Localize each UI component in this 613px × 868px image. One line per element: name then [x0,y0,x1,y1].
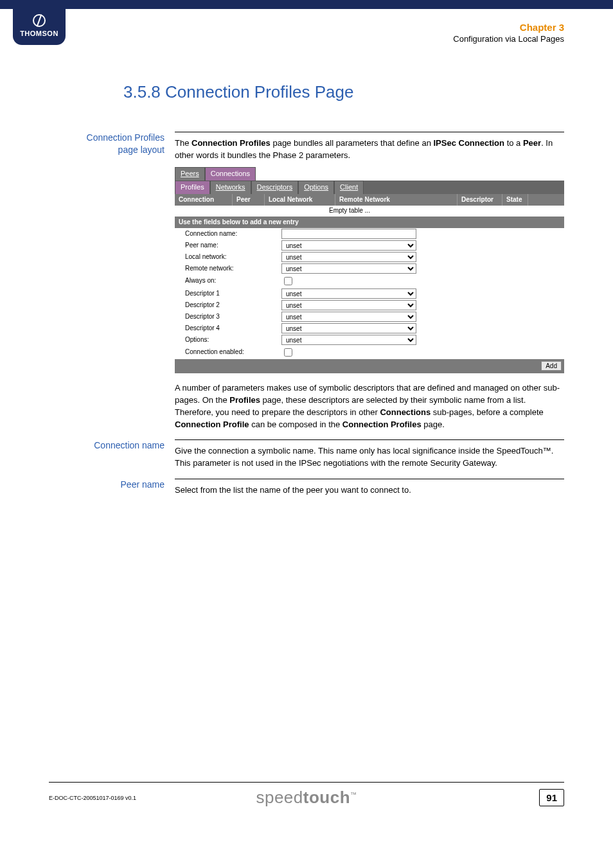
top-tabs: PeersConnections [175,167,564,181]
field-label: Always on: [185,276,281,286]
field-input-select[interactable]: unset [281,252,416,262]
layout-para-1: The Connection Profiles page bundles all… [175,137,564,162]
form-row: Descriptor 3unset [175,311,564,323]
field-label: Descriptor 3 [185,312,281,322]
field-input-checkbox[interactable] [284,348,292,357]
table-empty-row: Empty table ... [175,206,564,217]
form-row: Descriptor 1unset [175,288,564,299]
field-input-select[interactable]: unset [281,335,416,345]
doc-id: E-DOC-CTC-20051017-0169 v0.1 [49,795,136,801]
add-row: Add [175,359,564,373]
globe-icon [33,14,46,27]
field-input-select[interactable]: unset [281,263,416,274]
section-title: 3.5.8 Connection Profiles Page [123,82,564,102]
field-input-select[interactable]: unset [281,323,416,333]
embedded-config-ui: PeersConnections ProfilesNetworksDescrip… [175,167,564,373]
page-number: 91 [539,789,564,806]
field-label: Peer name: [185,241,281,251]
field-input-select[interactable]: unset [281,288,416,299]
col-state: State [502,194,528,206]
logo-text: THOMSON [20,30,58,37]
tab-peers[interactable]: Peers [175,167,205,181]
peer-name-text: Select from the list the name of the pee… [175,484,564,497]
form-row: Connection name: [175,228,564,240]
field-label: Options: [185,335,281,345]
sub-tabs: ProfilesNetworksDescriptorsOptionsClient [175,181,564,194]
form-row: Peer name:unset [175,240,564,251]
section-rule [175,439,564,440]
layout-para-2: A number of parameters makes use of symb… [175,382,564,430]
form-row: Options:unset [175,334,564,346]
field-label: Connection enabled: [185,348,281,357]
tab-connections[interactable]: Connections [205,167,256,181]
field-label: Local network: [185,252,281,262]
form-row: Descriptor 2unset [175,299,564,311]
table-header: ConnectionPeerLocal NetworkRemote Networ… [175,194,564,206]
col-remote-network: Remote Network [335,194,458,206]
header-right: Chapter 3 Configuration via Local Pages [453,22,564,44]
col-descriptor: Descriptor [458,194,502,206]
side-label-conn-name: Connection name [78,439,175,452]
subtab-networks[interactable]: Networks [210,181,251,194]
side-label-peer-name: Peer name [78,479,175,491]
chapter-label: Chapter 3 [453,22,564,33]
field-label: Descriptor 2 [185,301,281,310]
form-row: Connection enabled: [175,346,564,359]
field-label: Connection name: [185,229,281,239]
form-header: Use the fields below to add a new entry [175,217,564,229]
col-local-network: Local Network [265,194,335,206]
form-row: Local network:unset [175,251,564,263]
brand-wordmark: speedtouch™ [256,788,357,808]
form-row: Always on: [175,274,564,288]
field-label: Descriptor 4 [185,324,281,333]
add-button[interactable]: Add [541,361,562,371]
form-row: Descriptor 4unset [175,323,564,334]
brand-logo: THOMSON [13,9,66,45]
subtab-client[interactable]: Client [334,181,364,194]
form-row: Remote network:unset [175,263,564,274]
chapter-sub: Configuration via Local Pages [453,34,564,44]
field-label: Descriptor 1 [185,289,281,299]
section-rule [175,479,564,479]
field-input-select[interactable]: unset [281,312,416,322]
field-input-select[interactable]: unset [281,300,416,310]
subtab-descriptors[interactable]: Descriptors [251,181,299,194]
conn-name-text: Give the connection a symbolic name. Thi… [175,445,564,470]
section-rule [175,132,564,132]
field-label: Remote network: [185,264,281,274]
top-bar [0,0,613,9]
col-peer: Peer [233,194,265,206]
subtab-options[interactable]: Options [298,181,334,194]
side-label-layout: Connection Profiles page layout [78,132,175,156]
page-footer: E-DOC-CTC-20051017-0169 v0.1 speedtouch™… [49,782,564,806]
field-input-select[interactable]: unset [281,240,416,251]
field-input-checkbox[interactable] [284,277,292,285]
col-connection: Connection [175,194,233,206]
subtab-profiles[interactable]: Profiles [175,181,210,194]
field-input-text[interactable] [281,229,416,239]
